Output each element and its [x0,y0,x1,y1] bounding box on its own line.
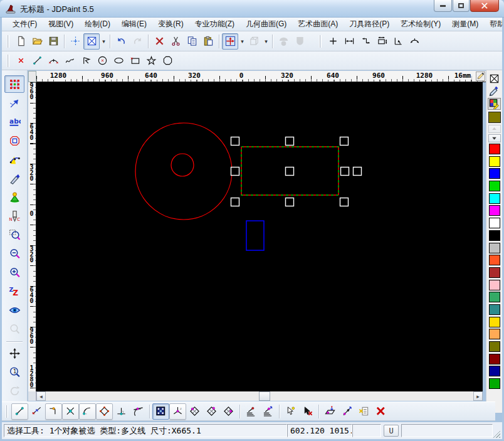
measure-path-button[interactable] [357,33,374,50]
color-swatch-19[interactable] [489,378,500,389]
edit-palette-button[interactable] [488,98,501,110]
offset-tool-button[interactable] [4,132,24,149]
transform-button[interactable] [222,33,238,50]
open-file-button[interactable] [29,33,45,50]
z-order-button[interactable]: ZZ [4,282,24,300]
selection-handle[interactable] [340,137,349,146]
draw-spline-button[interactable] [61,53,78,69]
horizontal-scrollbar[interactable]: ◂ ▸ [36,391,483,401]
menu-item-6[interactable]: 几何曲面(G) [240,18,292,31]
menu-item-0[interactable]: 文件(F) [7,18,43,31]
new-file-button[interactable] [13,33,29,50]
clear-all-button[interactable] [372,403,389,420]
work-plane-right-button[interactable] [220,403,237,420]
copy-button[interactable] [184,33,200,50]
palette-scroll-down-button[interactable] [488,134,501,142]
paste-button[interactable] [200,33,216,50]
resize-grip-icon[interactable] [493,430,500,438]
selection-handle[interactable] [286,167,294,176]
measure-rect-button[interactable] [374,33,390,50]
scroll-right-arrow[interactable]: ▸ [473,391,483,401]
snap-projection-button[interactable] [28,403,45,420]
toolbar-grip[interactable] [6,405,8,418]
pan-tool-button[interactable] [4,344,24,362]
maximize-button[interactable] [453,0,470,12]
selection-handle[interactable] [286,137,294,146]
delete-button[interactable] [151,33,167,50]
color-swatch-5[interactable] [489,205,500,216]
align-direction-button[interactable] [339,403,355,420]
menu-item-8[interactable]: 刀具路径(P) [344,18,395,31]
color-swatch-11[interactable] [489,280,500,290]
color-swatch-17[interactable] [489,354,500,364]
draw-polygon-button[interactable] [159,53,176,69]
work-plane-left-button[interactable] [186,403,203,420]
draw-star-button[interactable] [143,53,159,69]
scrollbar-thumb[interactable] [259,391,270,401]
snap-corner-button[interactable] [45,403,62,420]
color-swatch-13[interactable] [489,304,500,315]
view-3d-button-dropdown[interactable]: ▾ [263,34,270,49]
color-swatch-18[interactable] [489,366,500,376]
color-swatch-1[interactable] [489,156,500,167]
draw-point-button[interactable] [13,53,29,69]
snap-perpendicular-button[interactable] [113,403,130,420]
zoom-actual-button[interactable]: 1 [4,363,24,381]
minimize-button[interactable] [434,0,452,12]
display-toggle-button[interactable] [4,301,24,319]
color-swatch-7[interactable] [489,230,500,241]
snap-node-button[interactable] [62,403,79,420]
pick-cancel-button[interactable] [299,403,316,420]
snap-arc-button[interactable] [79,403,96,420]
close-button[interactable]: ✕ [470,0,499,12]
draw-line-button[interactable] [29,53,45,69]
selection-handle[interactable] [354,167,362,176]
eyedropper-button[interactable] [488,85,501,97]
snap-grid-button[interactable] [152,403,169,420]
color-swatch-6[interactable] [489,218,500,228]
selection-handle[interactable] [340,198,349,206]
zoom-in-button[interactable] [4,263,24,281]
measure-distance-button[interactable] [341,33,357,50]
ruler-pencil-icon[interactable] [476,72,485,81]
measure-point-button[interactable] [325,33,341,50]
snap-quadrant-button[interactable] [96,403,113,420]
drop-to-face-button[interactable] [322,403,339,420]
measure-angle-button[interactable] [390,33,406,50]
current-color-swatch[interactable] [488,112,501,123]
zoom-out-button[interactable] [4,245,24,262]
layer-set-button[interactable] [243,403,260,420]
selection-handle[interactable] [286,198,294,206]
selection-handle[interactable] [231,137,239,146]
menu-item-11[interactable]: 帮助(H) [484,18,504,31]
shape-blue-rectangle[interactable] [246,221,264,250]
measure-arc-button[interactable] [406,33,423,50]
snap-endpoint-button[interactable] [11,403,28,420]
selection-handle[interactable] [231,167,239,176]
emboss-tool-button[interactable] [4,188,24,206]
scrollbar-track[interactable] [46,391,473,401]
menu-item-5[interactable]: 专业功能(Z) [189,18,240,31]
shape-inner-circle[interactable] [171,154,194,176]
title-bar[interactable]: 无标题 - JDPaint 5.5 ✕ [0,0,504,18]
color-swatch-0[interactable] [489,144,500,154]
work-plane-top-button[interactable] [203,403,220,420]
select-mode-button-dropdown[interactable]: ▾ [100,34,107,49]
draw-rectangle-button[interactable] [127,53,143,69]
text-tool-button[interactable]: abc [4,113,24,130]
draw-polyline-button[interactable] [78,53,94,69]
scroll-left-arrow[interactable]: ◂ [36,391,46,401]
undo-button[interactable] [113,33,129,50]
color-swatch-2[interactable] [489,168,500,179]
trim-tool-button[interactable] [4,169,24,187]
color-swatch-10[interactable] [489,267,500,278]
draw-ellipse-button[interactable] [110,53,127,69]
node-edit-tool-button[interactable] [4,94,24,112]
toolbar-grip[interactable] [7,35,9,48]
toolbar-grip[interactable] [7,55,9,67]
transform-button-dropdown[interactable]: ▾ [239,34,246,49]
color-swatch-9[interactable] [489,255,500,265]
cut-button[interactable] [167,33,184,50]
save-button[interactable] [45,33,61,50]
menu-item-1[interactable]: 视图(V) [43,18,79,31]
